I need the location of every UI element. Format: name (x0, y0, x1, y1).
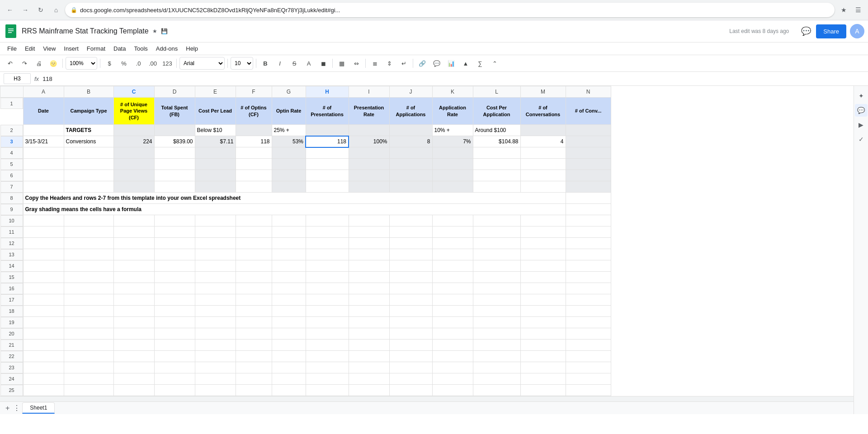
cell-reference[interactable] (4, 73, 31, 84)
cell-k23[interactable] (432, 362, 473, 373)
cell-g11[interactable] (272, 226, 306, 238)
cell-l6[interactable] (473, 170, 520, 181)
cell-l14[interactable] (473, 260, 520, 272)
cell-m4[interactable] (520, 147, 566, 159)
menu-edit[interactable]: Edit (21, 43, 38, 54)
cell-h22[interactable] (306, 351, 349, 362)
cell-m6[interactable] (520, 170, 566, 181)
cell-d12[interactable] (154, 238, 195, 249)
cell-n9[interactable] (566, 204, 611, 215)
cell-a15[interactable] (23, 272, 64, 283)
cell-f11[interactable] (236, 226, 272, 238)
cell-e11[interactable] (195, 226, 236, 238)
cell-a16[interactable] (23, 283, 64, 294)
cell-f19[interactable] (236, 317, 272, 328)
cell-g17[interactable] (272, 294, 306, 306)
cell-f16[interactable] (236, 283, 272, 294)
cell-m10[interactable] (520, 215, 566, 226)
cell-g4[interactable] (272, 147, 306, 159)
cell-g23[interactable] (272, 362, 306, 373)
cell-j4[interactable] (389, 147, 432, 159)
drive-icon[interactable]: 💾 (161, 28, 168, 34)
cell-c24[interactable] (113, 373, 154, 385)
cell-a14[interactable] (23, 260, 64, 272)
cell-a23[interactable] (23, 362, 64, 373)
cell-d25[interactable] (154, 385, 195, 396)
cell-l23[interactable] (473, 362, 520, 373)
cell-d20[interactable] (154, 328, 195, 340)
cell-e17[interactable] (195, 294, 236, 306)
cell-e1[interactable]: Cost Per Lead (195, 98, 236, 125)
cell-f12[interactable] (236, 238, 272, 249)
sidebar-explore-icon[interactable]: ✦ (855, 90, 868, 102)
cell-n21[interactable] (566, 340, 611, 351)
col-header-i[interactable]: I (349, 86, 389, 98)
cell-g22[interactable] (272, 351, 306, 362)
font-select[interactable]: Arial (179, 57, 225, 70)
cell-n15[interactable] (566, 272, 611, 283)
cell-g10[interactable] (272, 215, 306, 226)
cell-j20[interactable] (389, 328, 432, 340)
cell-g15[interactable] (272, 272, 306, 283)
cell-g25[interactable] (272, 385, 306, 396)
cell-a24[interactable] (23, 373, 64, 385)
col-header-d[interactable]: D (154, 86, 195, 98)
cell-m3[interactable]: 4 (520, 136, 566, 147)
cell-f3[interactable]: 118 (236, 136, 272, 147)
cell-i12[interactable] (349, 238, 389, 249)
cell-b25[interactable] (64, 385, 113, 396)
cell-i15[interactable] (349, 272, 389, 283)
cell-k22[interactable] (432, 351, 473, 362)
refresh-button[interactable]: ↻ (34, 4, 47, 16)
cell-c14[interactable] (113, 260, 154, 272)
cell-c11[interactable] (113, 226, 154, 238)
cell-e13[interactable] (195, 249, 236, 260)
cell-a7[interactable] (23, 181, 64, 193)
fill-color-button[interactable]: ◼ (317, 57, 330, 70)
cell-n14[interactable] (566, 260, 611, 272)
cell-e21[interactable] (195, 340, 236, 351)
cell-f10[interactable] (236, 215, 272, 226)
cell-l15[interactable] (473, 272, 520, 283)
cell-l11[interactable] (473, 226, 520, 238)
cell-k3[interactable]: 7% (432, 136, 473, 147)
cell-n12[interactable] (566, 238, 611, 249)
col-header-k[interactable]: K (432, 86, 473, 98)
cell-c5[interactable] (113, 159, 154, 170)
cell-i7[interactable] (349, 181, 389, 193)
cell-c16[interactable] (113, 283, 154, 294)
cell-i4[interactable] (349, 147, 389, 159)
cell-m14[interactable] (520, 260, 566, 272)
cell-h19[interactable] (306, 317, 349, 328)
cell-k19[interactable] (432, 317, 473, 328)
cell-d15[interactable] (154, 272, 195, 283)
cell-a1[interactable]: Date (23, 98, 64, 125)
cell-l18[interactable] (473, 306, 520, 317)
cell-g21[interactable] (272, 340, 306, 351)
cell-b23[interactable] (64, 362, 113, 373)
cell-n4[interactable] (566, 147, 611, 159)
cell-a19[interactable] (23, 317, 64, 328)
cell-g7[interactable] (272, 181, 306, 193)
cell-n8[interactable] (566, 193, 611, 204)
font-size-select[interactable]: 10 (231, 57, 253, 70)
cell-m23[interactable] (520, 362, 566, 373)
cell-h21[interactable] (306, 340, 349, 351)
cell-j12[interactable] (389, 238, 432, 249)
cell-b12[interactable] (64, 238, 113, 249)
cell-m1[interactable]: # of Conversations (520, 98, 566, 125)
col-header-f[interactable]: F (236, 86, 272, 98)
cell-d7[interactable] (154, 181, 195, 193)
print-button[interactable]: 🖨 (33, 57, 45, 70)
cell-d17[interactable] (154, 294, 195, 306)
cell-h12[interactable] (306, 238, 349, 249)
cell-h15[interactable] (306, 272, 349, 283)
collapse-button[interactable]: ⌃ (488, 57, 501, 70)
cell-i22[interactable] (349, 351, 389, 362)
cell-m21[interactable] (520, 340, 566, 351)
cell-l16[interactable] (473, 283, 520, 294)
cell-a6[interactable] (23, 170, 64, 181)
merge-button[interactable]: ⇔ (350, 57, 363, 70)
menu-file[interactable]: File (4, 43, 20, 54)
comments-button[interactable]: 💬 (800, 25, 812, 38)
